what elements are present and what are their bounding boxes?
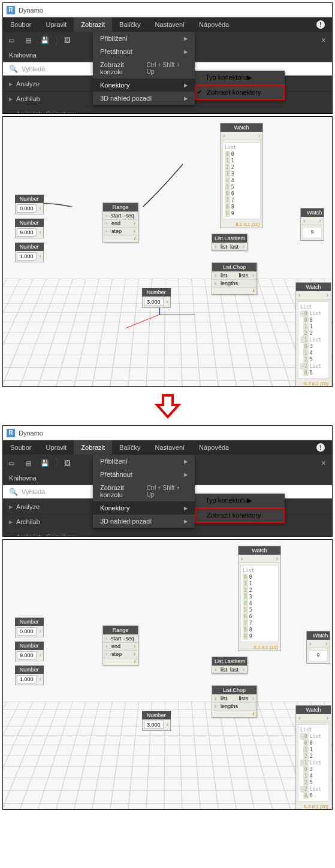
new-file-icon[interactable]: ▭ <box>3 455 20 471</box>
info-icon[interactable]: ! <box>316 20 325 29</box>
dd-konektory[interactable]: Konektory▶ <box>93 78 195 92</box>
menu-nastaveni[interactable]: Nastavení <box>148 17 192 32</box>
sub-zobrazit-konektory[interactable]: ✔Zobrazit konektory <box>195 84 285 100</box>
app-title: Dynamo <box>19 430 43 437</box>
node-number-9[interactable]: Number 9.000› <box>15 642 44 661</box>
menu-zobrazit[interactable]: Zobrazit <box>74 440 112 455</box>
node-list-lastitem[interactable]: List.LastItem ›listlast› <box>212 234 248 251</box>
dd-3d-pozadi[interactable]: 3D náhled pozadí▶ <box>93 515 195 528</box>
node-number-1[interactable]: Number 1.000› <box>15 243 44 262</box>
dd-konektory[interactable]: Konektory▶ <box>93 501 195 515</box>
node-list-lastitem[interactable]: List.LastItem ›listlast› <box>212 657 248 674</box>
menu-soubor[interactable]: Soubor <box>3 17 38 32</box>
open-file-icon[interactable]: ▤ <box>20 32 37 49</box>
menu-balicky[interactable]: Balíčky <box>112 440 147 455</box>
node-number-3[interactable]: Number 3.000› <box>142 711 171 731</box>
workspace-no-connectors[interactable]: Number 0.000› Number 9.000› Number 1.000… <box>3 540 332 809</box>
save-icon[interactable]: 💾 <box>37 32 53 49</box>
node-range[interactable]: Range ›start›seq ›end› ›step› ℹ <box>102 625 138 666</box>
search-icon: 🔍 <box>9 488 18 496</box>
dd-3d-pozadi[interactable]: 3D náhled pozadí▶ <box>93 92 195 105</box>
workspace-with-connectors[interactable]: Number 0.000› Number 9.000› Number 1.000… <box>3 117 332 386</box>
lib-group-archilab-grimshaw[interactable]: ▶Archi-lab_Grimshaw <box>3 106 332 114</box>
app-logo: R <box>7 6 15 14</box>
image-icon[interactable]: 🖼 <box>59 32 76 49</box>
menu-zobrazit[interactable]: Zobrazit <box>74 17 112 32</box>
menu-nastaveni[interactable]: Nastavení <box>148 440 192 455</box>
node-watch-list[interactable]: Watch ›› List 001122 334455 667788 99 IL… <box>220 123 263 228</box>
menu-balicky[interactable]: Balíčky <box>112 17 147 32</box>
node-list-chop[interactable]: List.Chop ›listlists› ›lengths ℹ <box>212 262 257 295</box>
menubar: Soubor Upravit Zobrazit Balíčky Nastaven… <box>3 17 332 32</box>
image-icon[interactable]: 🖼 <box>59 455 76 471</box>
node-watch-list[interactable]: Watch ›› List 001122 334455 667788 99 IL… <box>238 546 281 651</box>
menu-napoveda[interactable]: Nápověda <box>192 440 236 455</box>
sub-typ-konektoru[interactable]: Typ konektoru▶ <box>195 494 285 507</box>
search-placeholder: Vyhledá <box>22 65 45 72</box>
app-logo: R <box>7 429 15 437</box>
menu-upravit[interactable]: Upravit <box>38 17 74 32</box>
menu-soubor[interactable]: Soubor <box>3 440 38 455</box>
dd-pretahnout[interactable]: Přetáhnout▶ <box>93 45 195 58</box>
close-icon[interactable]: × <box>321 35 326 45</box>
close-icon[interactable]: × <box>321 458 326 468</box>
node-number-9[interactable]: Number 9.000› <box>15 219 44 238</box>
info-icon[interactable]: ! <box>316 443 325 452</box>
dd-konzolu[interactable]: Zobrazit konzoluCtrl + Shift + Up <box>93 58 195 78</box>
node-watch-value[interactable]: Watch ›› 9 <box>300 208 324 241</box>
sub-zobrazit-konektory[interactable]: Zobrazit konektory <box>195 507 285 523</box>
search-placeholder: Vyhledá <box>22 488 45 495</box>
node-number-1[interactable]: Number 1.000› <box>15 666 44 685</box>
search-icon: 🔍 <box>9 65 18 73</box>
menu-napoveda[interactable]: Nápověda <box>192 17 236 32</box>
open-file-icon[interactable]: ▤ <box>20 455 37 471</box>
node-watch-value[interactable]: Watch ›› 9 <box>306 631 330 664</box>
node-range[interactable]: Range ›start›seq ›end› ›step› ℹ <box>102 202 138 243</box>
node-number-3[interactable]: Number 3.000› <box>142 288 171 308</box>
dd-pretahnout[interactable]: Přetáhnout▶ <box>93 468 195 481</box>
node-watch-nested[interactable]: Watch ›› List -0List 00 11 22 -1List 03 … <box>295 282 331 386</box>
dd-priblizeni[interactable]: Přiblížení▶ <box>93 32 195 45</box>
arrow-down-icon <box>155 393 181 419</box>
sub-typ-konektoru[interactable]: Typ konektoru▶ <box>195 71 285 84</box>
menu-upravit[interactable]: Upravit <box>38 440 74 455</box>
node-watch-nested[interactable]: Watch ›› List -0List 00 11 22 -1List 03 … <box>295 705 331 809</box>
axis-x <box>159 314 195 315</box>
save-icon[interactable]: 💾 <box>37 455 53 471</box>
node-number-0[interactable]: Number 0.000› <box>15 195 44 214</box>
dd-konzolu[interactable]: Zobrazit konzoluCtrl + Shift + Up <box>93 481 195 501</box>
new-file-icon[interactable]: ▭ <box>3 32 20 49</box>
node-number-0[interactable]: Number 0.000› <box>15 618 44 637</box>
dd-priblizeni[interactable]: Přiblížení▶ <box>93 455 195 468</box>
lib-group-archilab-grimshaw[interactable]: ▶Archi-lab_Grimshaw <box>3 529 332 537</box>
node-list-chop[interactable]: List.Chop ›listlists› ›lengths ℹ <box>212 685 257 718</box>
app-title: Dynamo <box>19 7 43 14</box>
